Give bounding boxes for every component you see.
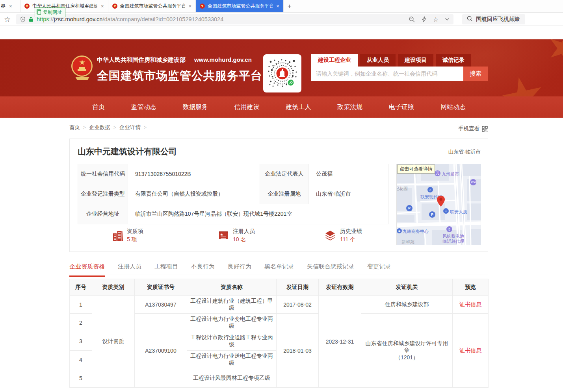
browser-tab-bar: 界 × 中华人民共和国住房和城乡建设 × 全国建筑市场监管公共服务平台 × 全国… [0,0,563,13]
tab-close-icon[interactable]: × [9,3,12,9]
stat-registered-personnel[interactable]: 注册人员 10 名 [218,228,255,243]
favorite-star-icon[interactable]: ☆ [433,16,439,23]
cell-name: 工程设计建筑行业（建筑工程）甲级 [187,296,277,314]
col-header-no: 序号 [70,279,92,296]
building-icon [112,230,123,242]
layers-icon [324,230,336,242]
authority-line1: 山东省住房和城乡建设厅许可专用章 [366,340,448,353]
nav-item-license[interactable]: 电子证照 [386,96,416,118]
nav-item-credit[interactable]: 信用建设 [232,96,262,118]
breadcrumb-company-detail[interactable]: 企业详情 [119,124,141,131]
mobile-view-link[interactable]: 手机查看 [458,125,488,132]
nav-item-supervision[interactable]: 监管动态 [129,96,159,118]
map-label-supermarket: 九州超市 [442,171,459,177]
shield-icon[interactable] [20,17,26,22]
search-tab-credit[interactable]: 诚信记录 [436,54,471,67]
tab-dishonesty[interactable]: 失信联合惩戒记录 [307,261,354,274]
new-tab-button[interactable]: + [284,0,295,12]
stat-past-performance[interactable]: 历史业绩 111 个 [324,228,362,243]
keyword-search-input[interactable]: 请输入关键词，例如企业名称、统一社会信用代码 [311,67,463,81]
map-label-tower: 联安大厦 [450,209,467,215]
reader-flash-icon[interactable] [422,16,427,22]
search-tab-personnel[interactable]: 从业人员 [360,54,396,67]
tab-qualifications[interactable]: 企业资质资格 [69,261,105,274]
tab-bad-behavior[interactable]: 不良行为 [191,261,215,274]
search-button[interactable]: 搜索 [463,67,488,81]
breadcrumb-company-data[interactable]: 企业数据 [89,124,110,131]
screen: 界 × 中华人民共和国住房和城乡建设 × 全国建筑市场监管公共服务平台 × 全国… [0,0,563,392]
emblem-favicon-icon [24,4,30,9]
url-field[interactable]: https://jzsc.mohurd.gov.cn/data/company/… [16,14,453,24]
parking-marker-icon: P [429,211,435,218]
cell-no: 4 [70,351,92,369]
authority-line2: （1201） [364,354,450,361]
mobile-view-label: 手机查看 [458,125,479,132]
cell-preview: 证书信息 [453,296,489,314]
tower-marker-icon: ⌂ [443,208,449,214]
table-row: 1 设计资质 A137030497 工程设计建筑行业（建筑工程）甲级 2017-… [70,296,489,314]
nav-item-policy[interactable]: 政策法规 [335,96,365,118]
info-label: 企业登记注册类型 [78,184,128,204]
info-label: 统一社会信用代码 [78,164,128,184]
info-value-reg-type: 有限责任公司（自然人投资或控股） [128,184,260,204]
cell-no: 5 [70,369,92,388]
parking-label: P [431,213,433,216]
tab-registered-personnel[interactable]: 注册人员 [118,261,141,274]
col-header-authority: 发证机关 [361,279,453,296]
tab-close-icon[interactable]: × [189,3,192,9]
col-header-validity: 发证有效期 [319,279,361,296]
breadcrumb-separator-icon: > [113,125,116,130]
col-header-preview: 预览 [453,279,489,296]
search-tab-project[interactable]: 建设项目 [398,54,433,67]
nav-item-data-service[interactable]: 数据服务 [180,96,210,118]
tab-close-icon[interactable]: × [276,3,279,9]
parking-label: P [408,206,411,210]
primary-nav: 首页 监管动态 数据服务 信用建设 建筑工人 政策法规 电子证照 网站动态 [0,96,563,118]
emblem-favicon-icon [200,4,205,9]
ministry-name: 中华人民共和国住房和城乡建设部 [97,56,186,64]
cell-no: 1 [70,296,92,314]
location-map[interactable]: 点击可查看详情 兀 九州超市 ATM 纪花园 ⌂ 联安现代城 ⌂ 联安大厦 P … [396,164,481,245]
cell-no: 2 [70,314,92,332]
company-info-table: 统一社会信用代码 91371302675501022B 企业法定代表人 公茂福 … [78,164,389,224]
cell-cert-no: A237009100 [135,314,187,388]
stat-value: 10 名 [233,236,255,243]
tab-close-icon[interactable]: × [101,3,104,9]
tab-title: 全国建筑市场监管公共服务平台 [120,3,185,9]
national-emblem-logo [71,55,93,79]
site-title: 全国建筑市场监管公共服务平台 [97,68,262,84]
col-header-issue-date: 发证日期 [277,279,319,296]
zoom-out-icon[interactable] [409,16,415,23]
https-lock-icon[interactable] [29,17,33,22]
copy-icon [37,10,41,15]
stat-qualifications[interactable]: 资质项 5 项 [112,228,143,243]
modern-city-marker-icon: ⌂ [427,187,433,192]
map-tooltip: 点击可查看详情 [397,165,435,174]
tab-good-behavior[interactable]: 良好行为 [228,261,251,274]
detail-tabs: 企业资质资格 注册人员 工程项目 不良行为 良好行为 黑名单记录 失信联合惩戒记… [69,261,488,274]
bookmark-star-icon[interactable]: ☆ [4,15,11,24]
nav-item-home[interactable]: 首页 [90,96,107,118]
browser-tab-jzsc[interactable]: 全国建筑市场监管公共服务平台 × [108,0,196,12]
breadcrumb-home[interactable]: 首页 [69,124,80,131]
nav-item-workers[interactable]: 建筑工人 [283,96,313,118]
cell-issue-date: 2017-08-02 [277,296,319,314]
certificate-info-link[interactable]: 证书信息 [459,347,481,353]
search-tab-enterprise[interactable]: 建设工程企业 [311,54,358,67]
stat-value: 111 个 [340,236,362,243]
stat-label: 历史业绩 [340,228,362,235]
nav-item-news[interactable]: 网站动态 [438,96,468,118]
tab-projects[interactable]: 工程项目 [154,261,178,274]
quick-search-text: 国航回应飞机颠簸 [476,16,520,23]
tab-blacklist[interactable]: 黑名单记录 [264,261,294,274]
certificate-info-link[interactable]: 证书信息 [459,301,481,307]
browser-tab-active[interactable]: 全国建筑市场监管公共服务平台 × [196,0,284,12]
browser-tab-partial[interactable]: 界 × [0,0,20,12]
cell-preview: 证书信息 [453,314,489,388]
cell-cert-no: A137030497 [135,296,187,314]
battery-marker-icon: ▯ [446,226,452,232]
chevron-down-icon[interactable] [445,18,450,21]
quick-search-box[interactable]: 国航回应飞机颠簸 [462,14,525,24]
tab-changes[interactable]: 变更记录 [367,261,391,274]
search-category-tabs: 建设工程企业 从业人员 建设项目 诚信记录 [311,54,488,67]
